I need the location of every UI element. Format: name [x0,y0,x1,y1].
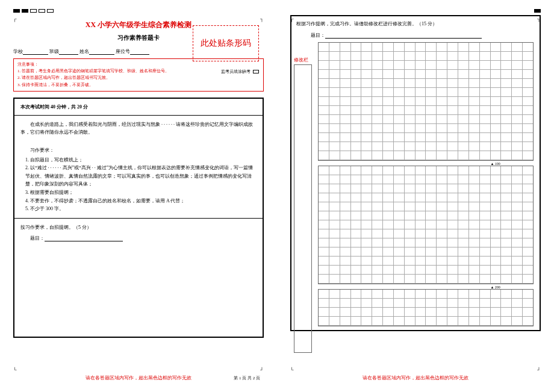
corner-mark: ┌ [290,16,294,22]
tracking-markers-top [13,9,264,13]
correction-box[interactable] [294,64,312,353]
corner-mark: ┌ [13,16,17,22]
prompt-text: 在成长的道路上，我们感受着阳光与阴雨，经历过现实与想象 · · · · · · … [20,120,257,137]
corner-mark: ┐ [260,16,264,22]
corner-mark: └ [13,367,17,373]
requirement: 5. 不少于 300 字。 [25,205,257,213]
requirement: 2. 以“难过 · · · · · · 高兴”或“高兴 · · 难过”为心情主线… [25,164,257,188]
writing-frame: 根据习作提纲，完成习作。请借助修改栏进行修改完善。（15 分） 题目： 修改栏 … [290,15,541,331]
absent-mark: 监考员填涂缺考 [221,69,259,75]
notice-item: 2. 请在答题区域内写作，超出答题区域书写无效。 [17,75,260,81]
corner-mark: ┐ [537,16,541,22]
corner-mark: ┘ [260,367,264,373]
requirement: 1. 自拟题目，写在横线上； [25,156,257,164]
page-1: ┌ ┐ └ ┘ XX 小学六年级学生综合素养检测 习作素养答题卡 此处贴条形码 … [0,0,277,392]
page-2: ┌ ┐ └ ┘ 根据习作提纲，完成习作。请借助修改栏进行修改完善。（15 分） … [277,0,554,392]
main-content-box: 本次考试时间 40 分钟，共 20 分 在成长的道路上，我们感受着阳光与阴雨，经… [13,98,264,338]
composition-grid[interactable]: ▲ 100 ▲ 200 [318,42,534,326]
topic-line[interactable]: 题目： [296,32,535,39]
corner-mark: ┘ [537,367,541,373]
topic-line[interactable]: 题目： [30,235,257,241]
footer-warning: 请在各答题区域内写作，超出黑色边框的写作无效 [277,375,554,381]
notice-box: 注意事项： 1. 答题前，考生务必用黑色字迹的钢笔或签字笔填写学校、班级、姓名和… [13,58,264,92]
requirement: 3. 根据需要自拟提纲； [25,188,257,197]
tracking-markers-top [290,9,541,13]
notice-item: 3. 保持卡面清洁，不要折叠，不要弄破。 [17,82,260,89]
writing-area[interactable] [20,241,257,332]
corner-mark: └ [290,367,294,373]
notice-title: 注意事项： [17,61,260,68]
correction-column: 修改栏 [294,57,312,353]
correction-label: 修改栏 [294,57,312,63]
req-title: 习作要求： [20,146,257,155]
checkbox-icon [253,70,259,73]
task-instruction: 根据习作提纲，完成习作。请借助修改栏进行修改完善。（15 分） [296,20,535,27]
barcode-label: 此处贴条形码 [201,38,251,49]
page-number: 第 1 页 共 2 页 [234,375,260,381]
requirement: 4. 不要套作，不得抄袭；不透露自己的姓名和校名，如需要，请用 A 代替； [25,197,257,205]
barcode-area: 此处贴条形码 [193,25,259,61]
time-info: 本次考试时间 40 分钟，共 20 分 [20,104,257,110]
outline-task: 按习作要求，自拟提纲。（5 分） [20,223,257,232]
